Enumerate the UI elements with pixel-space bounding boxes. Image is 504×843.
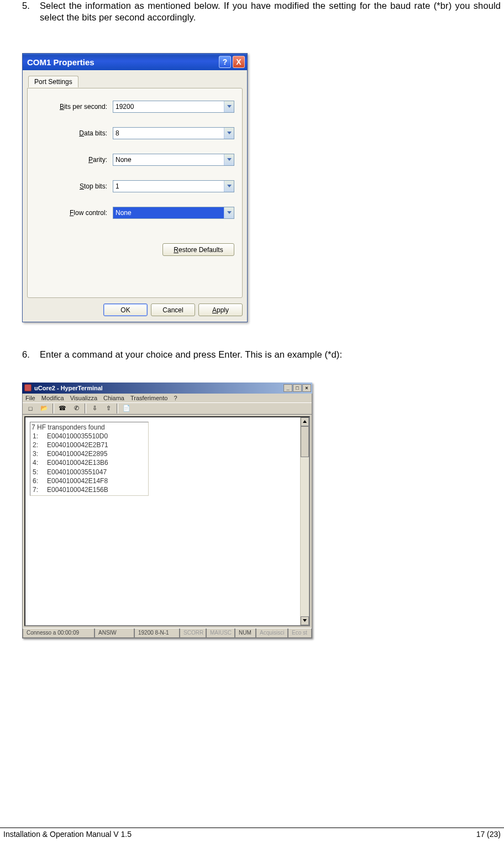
status-emulation: ANSIW xyxy=(95,629,134,638)
apply-button[interactable]: Apply xyxy=(198,303,243,316)
combo-value: None xyxy=(116,209,132,217)
toolbar-new-icon[interactable]: □ xyxy=(24,404,36,413)
menu-visualizza[interactable]: Visualizza xyxy=(70,395,97,401)
restore-defaults-button[interactable]: Restore Defaults xyxy=(162,243,234,256)
chevron-down-icon[interactable] xyxy=(224,154,234,165)
label-parity: Parity: xyxy=(35,156,113,164)
toolbar: □ 📂 ☎ ✆ ⇩ ⇧ 📄 xyxy=(23,402,312,415)
help-button[interactable]: ? xyxy=(219,56,231,68)
status-scorr: SCORR xyxy=(180,629,206,638)
combo-data-bits[interactable]: 8 xyxy=(113,127,234,139)
svg-marker-4 xyxy=(227,211,232,214)
step-text: Select the information as mentioned belo… xyxy=(40,0,501,23)
transponder-row: 7:E0040100042E156B xyxy=(32,485,146,494)
maximize-button[interactable]: □ xyxy=(293,384,302,392)
transponder-row: 3:E0040100042E2895 xyxy=(32,449,146,458)
vertical-scrollbar[interactable] xyxy=(300,417,309,625)
dialog-titlebar[interactable]: COM1 Properties ? X xyxy=(23,54,247,70)
cancel-button[interactable]: Cancel xyxy=(151,303,195,316)
svg-marker-6 xyxy=(303,619,307,622)
instruction-step-5: 5. Select the information as mentioned b… xyxy=(0,0,504,23)
hyperterminal-window: uCore2 - HyperTerminal _ □ × File Modifi… xyxy=(22,383,312,638)
com1-properties-dialog: COM1 Properties ? X Port Settings Bits p… xyxy=(22,53,248,322)
port-settings-panel: Bits per second: 19200 Data bits: 8 Pari… xyxy=(27,88,243,298)
toolbar-disconnect-icon[interactable]: ✆ xyxy=(70,404,82,413)
footer-page-number: 17 (23) xyxy=(476,830,501,839)
found-line: 7 HF transponders found xyxy=(32,423,146,431)
combo-value: 1 xyxy=(116,182,119,190)
transponder-row: 1:E0040100035510D0 xyxy=(32,432,146,441)
chevron-down-icon[interactable] xyxy=(224,207,234,218)
svg-marker-3 xyxy=(227,185,232,187)
scroll-down-button[interactable] xyxy=(301,616,309,625)
combo-value: 19200 xyxy=(116,103,134,111)
close-button[interactable]: X xyxy=(233,56,245,68)
toolbar-send-icon[interactable]: ⇩ xyxy=(88,404,101,413)
menu-bar: File Modifica Visualizza Chiama Trasferi… xyxy=(23,394,312,402)
status-num: NUM xyxy=(235,629,256,638)
page-footer: Installation & Operation Manual V 1.5 17… xyxy=(0,828,504,839)
step-number: 6. xyxy=(22,349,32,360)
app-icon xyxy=(24,384,32,391)
transponder-row: 6:E0040100042E14F8 xyxy=(32,477,146,485)
transponder-row: 4:E0040100042E13B6 xyxy=(32,458,146,467)
combo-value: None xyxy=(116,156,132,164)
transponder-row: 2:E0040100042E2B71 xyxy=(32,441,146,449)
instruction-step-6: 6. Enter a command at your choice and pr… xyxy=(0,349,504,360)
status-port-params: 19200 8-N-1 xyxy=(134,629,180,638)
window-title: uCore2 - HyperTerminal xyxy=(34,385,103,391)
menu-help[interactable]: ? xyxy=(174,395,177,401)
combo-bits-per-second[interactable]: 19200 xyxy=(113,101,234,113)
status-maiusc: MAIUSC xyxy=(206,629,235,638)
svg-marker-2 xyxy=(227,158,232,161)
terminal-viewport[interactable]: 7 HF transponders found 1:E0040100035510… xyxy=(25,417,300,625)
label-data-bits: Data bits: xyxy=(35,129,113,137)
label-flow-control: Flow control: xyxy=(35,209,113,217)
combo-stop-bits[interactable]: 1 xyxy=(113,180,234,192)
status-acquisisci: Acquisisci xyxy=(256,629,288,638)
chevron-down-icon[interactable] xyxy=(224,101,234,112)
ok-button[interactable]: OK xyxy=(103,303,148,316)
menu-chiama[interactable]: Chiama xyxy=(103,395,124,401)
scroll-up-button[interactable] xyxy=(301,417,309,426)
footer-left: Installation & Operation Manual V 1.5 xyxy=(3,830,132,839)
hyperterminal-titlebar[interactable]: uCore2 - HyperTerminal _ □ × xyxy=(22,383,312,394)
label-stop-bits: Stop bits: xyxy=(35,182,113,190)
svg-marker-0 xyxy=(227,105,232,108)
chevron-down-icon[interactable] xyxy=(224,128,234,139)
step-number: 5. xyxy=(22,0,32,23)
combo-value: 8 xyxy=(116,129,119,137)
tab-port-settings[interactable]: Port Settings xyxy=(28,76,78,87)
toolbar-connect-icon[interactable]: ☎ xyxy=(56,404,69,413)
close-button[interactable]: × xyxy=(302,384,311,392)
toolbar-open-icon[interactable]: 📂 xyxy=(38,404,50,413)
toolbar-properties-icon[interactable]: 📄 xyxy=(120,404,133,413)
label-bits-per-second: Bits per second: xyxy=(35,103,113,111)
menu-trasferimento[interactable]: Trasferimento xyxy=(130,395,167,401)
svg-marker-5 xyxy=(303,420,307,423)
step-text: Enter a command at your choice and press… xyxy=(40,349,501,360)
terminal-output: 7 HF transponders found 1:E0040100035510… xyxy=(30,422,149,496)
status-bar: Connesso a 00:00:09 ANSIW 19200 8-N-1 SC… xyxy=(23,628,312,638)
svg-marker-1 xyxy=(227,132,232,134)
status-eco: Eco st xyxy=(288,629,312,638)
chevron-down-icon[interactable] xyxy=(224,181,234,192)
minimize-button[interactable]: _ xyxy=(284,384,292,392)
combo-parity[interactable]: None xyxy=(113,154,234,166)
menu-file[interactable]: File xyxy=(25,395,35,401)
toolbar-receive-icon[interactable]: ⇧ xyxy=(102,404,114,413)
dialog-title: COM1 Properties xyxy=(27,57,95,67)
transponder-row: 5:E004010003551047 xyxy=(32,468,146,477)
scrollbar-thumb[interactable] xyxy=(301,426,309,457)
combo-flow-control[interactable]: None xyxy=(113,207,234,219)
menu-modifica[interactable]: Modifica xyxy=(41,395,64,401)
status-connection: Connesso a 00:00:09 xyxy=(23,629,95,638)
